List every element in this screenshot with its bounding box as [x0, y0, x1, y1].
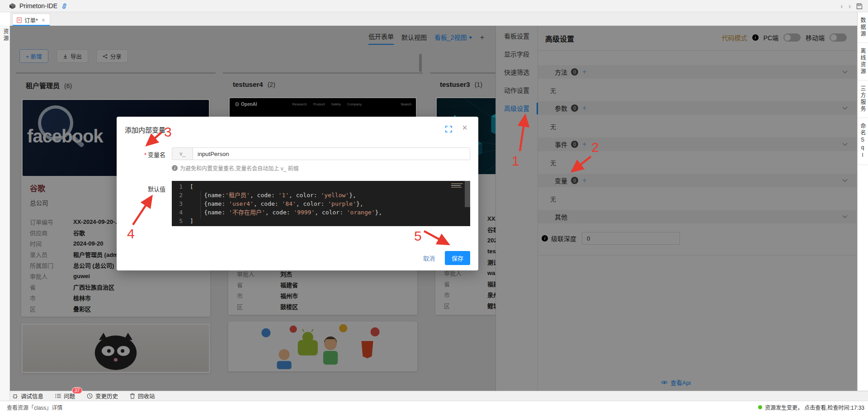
nav-forward-icon[interactable]: ›: [849, 3, 851, 10]
tab-close-icon[interactable]: ×: [42, 17, 45, 24]
right-rail-item[interactable]: 三方服务: [858, 81, 868, 118]
line-number: [172, 199, 190, 208]
tab-order[interactable]: 订单* ×: [12, 14, 50, 26]
document-icon: [17, 17, 22, 23]
save-icon[interactable]: [856, 3, 863, 9]
line-number: [172, 182, 190, 191]
code-line: ]: [172, 217, 470, 225]
primeton-ide-window: Primeton-IDE ‹ › 订单* × 资源 数据源离线资源三方服务命名S…: [0, 0, 868, 412]
variable-name-label: *变量名: [117, 150, 165, 159]
list-icon: [55, 393, 61, 398]
editor-minimap: [451, 182, 463, 189]
resource-status-icon: [758, 405, 762, 409]
variable-name-hint: i 为避免和内置变量重名,变量名会自动加上 v_ 前缀: [172, 164, 299, 172]
tab-label: 订单*: [24, 16, 38, 24]
add-internal-variable-dialog: 添加内部变量 × *变量名 v_ i 为避免和内置变量重名,变量名会自动加上 v…: [117, 117, 478, 270]
default-value-code-editor[interactable]: [ {name:'租户员', code: '1', color: 'yellow…: [172, 181, 470, 226]
app-title: Primeton-IDE: [19, 2, 57, 9]
line-number: [172, 191, 190, 199]
app-logo-icon: [9, 3, 16, 9]
trash-icon: [130, 393, 135, 399]
editor-tab-bar: 订单* ×: [10, 12, 857, 26]
status-bar: 查看资源「class」详情 资源发生变更， 点击查看,检查时间:17:33: [0, 401, 868, 412]
sidebar-item-resources[interactable]: 资源: [2, 28, 9, 42]
right-rail-item[interactable]: 命名Sql: [858, 118, 868, 165]
code-line: {name:'租户员', code: '1', color: 'yellow'}…: [172, 191, 470, 199]
debug-info-button[interactable]: 调试信息: [12, 392, 43, 400]
bottom-toolbar: 调试信息 问题 37 变更历史 回收站: [10, 391, 868, 401]
close-icon[interactable]: ×: [462, 123, 467, 132]
cancel-button[interactable]: 取消: [420, 251, 439, 265]
status-left-text: 查看资源「class」详情: [7, 403, 62, 411]
fullscreen-icon[interactable]: [445, 126, 452, 133]
code-line: {name: '不存在用户', code: '9999', color: 'or…: [172, 208, 470, 217]
line-number: [172, 208, 190, 217]
code-lines: [ {name:'租户员', code: '1', color: 'yellow…: [172, 182, 470, 225]
problems-count-badge: 37: [72, 387, 82, 394]
recycle-bin-button[interactable]: 回收站: [130, 392, 155, 400]
variable-name-input-group: v_: [172, 147, 470, 160]
link-icon[interactable]: [61, 3, 68, 9]
info-icon: i: [172, 165, 178, 171]
problems-button[interactable]: 问题 37: [55, 392, 75, 400]
clock-icon: [87, 393, 93, 399]
variable-prefix: v_: [172, 148, 193, 160]
nav-back-icon[interactable]: ‹: [840, 3, 843, 10]
code-line: {name: 'user4', code: '84', color: 'purp…: [172, 199, 470, 208]
default-value-label: 默认值: [117, 185, 165, 193]
change-history-button[interactable]: 变更历史: [87, 392, 118, 400]
left-rail: 资源: [0, 26, 10, 401]
right-rail-item[interactable]: 数据源: [858, 12, 868, 43]
right-rail: 数据源离线资源三方服务命名Sql: [857, 12, 868, 391]
title-bar: Primeton-IDE ‹ ›: [0, 0, 868, 12]
status-right-text[interactable]: 资源发生变更， 点击查看,检查时间:17:33: [758, 403, 864, 411]
save-button[interactable]: 保存: [445, 251, 470, 265]
dialog-title: 添加内部变量: [125, 125, 165, 134]
right-rail-item[interactable]: 离线资源: [858, 43, 868, 81]
editor-scrollbar[interactable]: [465, 181, 470, 207]
code-line: [: [172, 182, 470, 191]
debug-icon: [12, 393, 18, 399]
variable-name-input[interactable]: [193, 148, 470, 160]
line-number: [172, 217, 190, 225]
